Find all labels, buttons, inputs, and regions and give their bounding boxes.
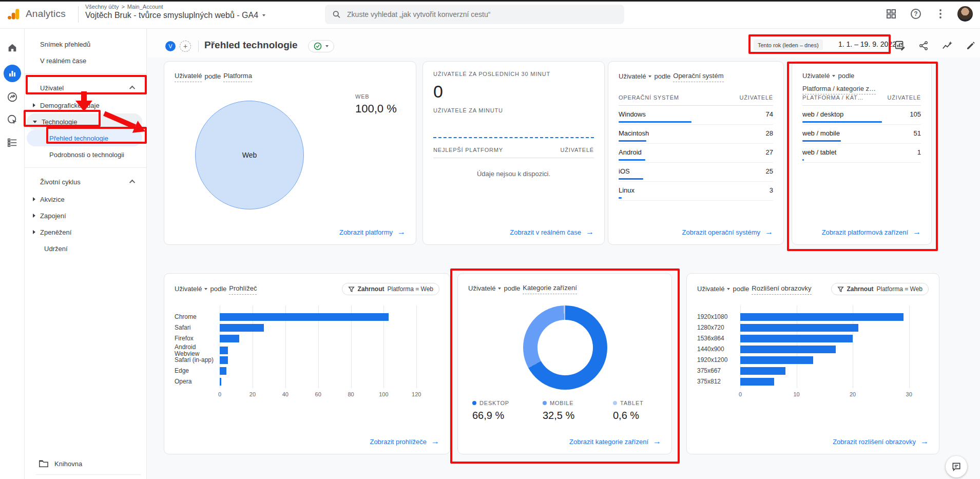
sidebar-item-label: Přehled technologie [49, 135, 108, 142]
breadcrumb-root[interactable]: Všechny účty [85, 4, 119, 10]
realtime-title: UŽIVATELÉ ZA POSLEDNÍCH 30 MINUT [433, 71, 594, 77]
legend-item-tablet: TABLET 0,6 % [613, 400, 657, 421]
view-screen-resolutions-link[interactable]: Zobrazit rozlišení obrazovky→ [833, 437, 929, 446]
expand-down-icon[interactable] [33, 121, 37, 123]
expand-right-icon[interactable] [33, 197, 35, 201]
sidebar-item-snapshot[interactable]: Snímek přehledů [25, 36, 146, 52]
report-status-badge[interactable] [308, 40, 334, 52]
bar-label: Safari [175, 324, 220, 331]
arrow-right-icon: → [920, 437, 929, 446]
property-switcher[interactable]: Všechny účty > Main_Account Vojtěch Bruk… [85, 4, 265, 20]
expand-right-icon[interactable] [33, 103, 35, 107]
rail-library-button[interactable] [7, 137, 18, 150]
metric-selector[interactable]: Uživatelé [175, 71, 202, 82]
metric-selector[interactable]: Uživatelé [619, 71, 646, 82]
axis-tick: 30 [906, 391, 912, 397]
date-range-value: 1. 1. – 19. 9. 2022 [838, 40, 896, 48]
table-header: OPERAČNÍ SYSTÉM UŽIVATELÉ [619, 94, 773, 106]
row-bar [619, 159, 645, 161]
share-button[interactable] [916, 38, 931, 53]
expand-right-icon[interactable] [33, 214, 35, 218]
sidebar-item-retention[interactable]: Udržení [25, 240, 146, 257]
metric-selector[interactable]: Uživatelé [802, 71, 830, 81]
axis-tick: 80 [348, 391, 354, 397]
date-preset-chip[interactable]: Tento rok (leden – dnes) [754, 40, 823, 50]
sidebar-section-user[interactable]: Uživatel [25, 79, 146, 97]
sidebar-item-acquisition[interactable]: Akvizice [25, 191, 146, 207]
rail-home-button[interactable] [7, 42, 18, 55]
rail-reports-button[interactable] [4, 65, 21, 82]
metric-selector[interactable]: Uživatelé [697, 284, 724, 294]
sidebar-item-technology-overview[interactable]: Přehled technologie [27, 130, 142, 146]
row-bar [619, 121, 691, 123]
card-users-by-platform-device: Uživatelé podle Platforma / kategorie z…… [792, 61, 932, 245]
row-label: web / desktop [802, 110, 843, 118]
arrow-right-icon: → [913, 227, 921, 237]
sidebar-section-label: Životní cyklus [40, 178, 81, 186]
pie-legend: WEB 100,0 % [355, 93, 397, 116]
insights-button[interactable] [939, 38, 955, 53]
filter-chip-platform-web[interactable]: Zahrnout Platforma = Web [831, 283, 929, 295]
legend-value: 66,9 % [472, 410, 516, 421]
x-axis: 020406080100120 [220, 387, 439, 399]
view-device-categories-link[interactable]: Zobrazit kategorie zařízení→ [569, 437, 661, 446]
table-row: iOS 25 [619, 163, 773, 182]
report-owner-avatar[interactable]: V [165, 41, 176, 51]
dimension-selector[interactable]: Operační systém [673, 71, 723, 82]
bar-label: Edge [175, 368, 220, 374]
sidebar-item-realtime[interactable]: V reálném čase [25, 52, 146, 69]
brand[interactable]: Analytics [7, 7, 66, 21]
add-comparison-button[interactable]: + [180, 41, 191, 52]
rail-advertising-button[interactable] [7, 114, 18, 127]
sidebar-item-label: Zapojení [40, 212, 66, 220]
legend-dot [472, 401, 476, 405]
view-browsers-link[interactable]: Zobrazit prohlížeče→ [370, 437, 439, 446]
help-button[interactable]: ? [908, 6, 924, 22]
metric-selector[interactable]: Uživatelé [175, 284, 202, 294]
filter-chip-platform-web[interactable]: Zahrnout Platforma = Web [342, 283, 439, 295]
sidebar-item-technology-details[interactable]: Podrobnosti o technologii [25, 146, 146, 163]
bar-label: 1536x864 [697, 335, 740, 342]
sidebar-item-engagement[interactable]: Zapojení [25, 207, 146, 224]
sidebar-section-lifecycle[interactable]: Životní cyklus [25, 173, 146, 191]
os-table: Windows 74 Macintosh 28 Android 27 iOS 2… [619, 106, 773, 201]
bar-label: Chrome [175, 314, 220, 320]
dimension-selector[interactable]: Platforma [223, 71, 252, 82]
column-header: NEJLEPŠÍ PLATFORMY [433, 147, 503, 153]
user-avatar[interactable] [957, 6, 973, 22]
row-label: web / mobile [802, 129, 840, 137]
view-platform-devices-link[interactable]: Zobrazit platformová zařízení→ [822, 227, 921, 237]
realtime-sparkline [433, 137, 594, 138]
dimension-selector[interactable]: Kategorie zařízení [523, 283, 577, 294]
sidebar-item-demographics[interactable]: Demografické údaje [25, 97, 146, 113]
breadcrumb: Všechny účty > Main_Account [85, 4, 265, 10]
customize-report-button[interactable] [892, 38, 908, 53]
edit-button[interactable] [963, 38, 978, 53]
more-options-button[interactable] [933, 6, 948, 22]
card-users-by-browser: Uživatelé podle Prohlížeč Zahrnout Platf… [164, 273, 450, 454]
search-bar[interactable] [325, 5, 624, 24]
apps-grid-button[interactable] [883, 6, 899, 22]
view-platforms-link[interactable]: Zobrazit platformy→ [339, 227, 406, 237]
chevron-down-icon [727, 288, 730, 290]
chevron-down-icon [262, 14, 265, 16]
dimension-selector[interactable]: Rozlišení obrazovky [752, 283, 811, 295]
bar [220, 313, 389, 321]
rail-explore-button[interactable] [7, 91, 18, 105]
sidebar-item-technology[interactable]: Technologie [27, 113, 142, 130]
realtime-value: 0 [433, 82, 594, 102]
sidebar-item-library[interactable]: Knihovna [25, 459, 146, 468]
expand-right-icon[interactable] [33, 230, 35, 234]
feedback-button[interactable] [946, 456, 967, 477]
breadcrumb-account[interactable]: Main_Account [127, 4, 163, 10]
table-row: web / mobile 51 [802, 125, 921, 144]
collapse-chevron-icon [129, 180, 135, 185]
bar-row: Safari (in-app) [175, 355, 439, 366]
metric-selector[interactable]: Uživatelé [468, 283, 495, 294]
dimension-selector[interactable]: Prohlížeč [229, 283, 257, 295]
view-operating-systems-link[interactable]: Zobrazit operační systémy→ [682, 227, 773, 237]
dimension-selector[interactable]: Platforma / kategorie z… [802, 84, 876, 95]
view-realtime-link[interactable]: Zobrazit v reálném čase→ [510, 227, 594, 237]
search-input[interactable] [347, 10, 617, 18]
sidebar-item-monetization[interactable]: Zpeněžení [25, 224, 146, 240]
